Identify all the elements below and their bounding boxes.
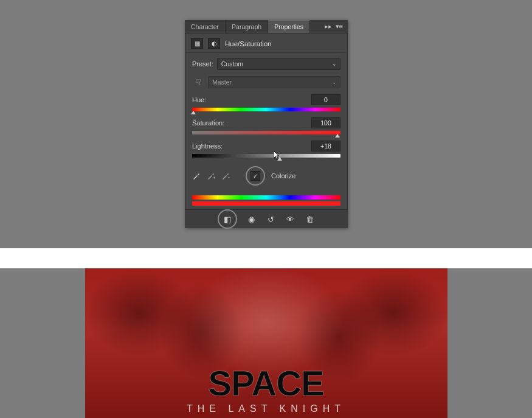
lightness-slider-group: Lightness: +18 [192, 141, 340, 158]
toggle-visibility-icon[interactable]: 👁 [285, 214, 295, 225]
clip-to-layer-highlight-ring: ◧ [218, 209, 237, 229]
saturation-slider[interactable] [192, 131, 340, 134]
chevron-down-icon: ⌄ [332, 79, 337, 85]
poster-image: SPACE THE LAST KNIGHT [85, 268, 447, 418]
panel-menu-icon[interactable]: ▾≡ [336, 23, 343, 30]
workspace-canvas: Character Paragraph Properties ▸▸ ▾≡ ▦ ◐… [0, 0, 532, 248]
saturation-slider-group: Saturation: 100 [192, 117, 340, 134]
preset-value: Custom [221, 60, 243, 68]
lightness-slider[interactable] [192, 154, 340, 158]
panel-body: Preset: Custom ⌄ ☟ Master ⌄ Hue: 0 [185, 53, 348, 209]
hue-value[interactable]: 0 [311, 94, 340, 105]
preview-area: SPACE THE LAST KNIGHT [0, 268, 532, 418]
poster-subtitle: THE LAST KNIGHT [85, 403, 447, 414]
saturation-label: Saturation: [192, 119, 224, 127]
input-spectrum-bar [192, 195, 340, 200]
targeted-adjustment-icon[interactable]: ☟ [192, 77, 204, 88]
panel-footer: ◧ ◉ ↺ 👁 🗑 [185, 209, 348, 228]
color-range-bars [192, 195, 340, 206]
adjustment-preset-icon[interactable]: ▦ [191, 38, 203, 49]
hue-thumb[interactable] [191, 111, 196, 114]
properties-panel: Character Paragraph Properties ▸▸ ▾≡ ▦ ◐… [185, 20, 348, 228]
preset-select[interactable]: Custom ⌄ [217, 58, 340, 70]
chevron-down-icon: ⌄ [332, 61, 337, 67]
adjustment-header: ▦ ◐ Hue/Saturation [185, 33, 348, 53]
lightness-thumb[interactable] [277, 157, 282, 161]
channel-value: Master [212, 78, 232, 86]
collapse-icon[interactable]: ▸▸ [325, 23, 332, 30]
tab-properties[interactable]: Properties [268, 20, 310, 33]
colorize-highlight-ring: ✓ [246, 166, 265, 186]
colorize-label: Colorize [271, 172, 295, 179]
tab-character[interactable]: Character [185, 20, 226, 33]
adjustment-title: Hue/Saturation [225, 40, 272, 47]
lightness-label: Lightness: [192, 142, 223, 150]
view-previous-state-icon[interactable]: ◉ [246, 214, 257, 225]
eyedropper-icon[interactable] [192, 172, 201, 180]
hue-slider[interactable] [192, 108, 340, 111]
reset-icon[interactable]: ↺ [265, 214, 276, 225]
hue-label: Hue: [192, 96, 206, 103]
colorize-checkbox[interactable]: ✓ [250, 171, 260, 181]
delete-icon[interactable]: 🗑 [304, 214, 315, 225]
hue-slider-group: Hue: 0 [192, 94, 340, 111]
separator [0, 248, 532, 268]
eyedropper-subtract-icon[interactable] [221, 172, 230, 180]
preset-label: Preset: [192, 60, 213, 68]
clip-to-layer-icon[interactable]: ◧ [222, 214, 233, 225]
poster-title: SPACE [85, 363, 447, 403]
lightness-value[interactable]: +18 [311, 141, 340, 152]
output-spectrum-bar [192, 201, 340, 206]
saturation-thumb[interactable] [335, 134, 340, 138]
tab-paragraph[interactable]: Paragraph [226, 20, 268, 33]
panel-tabs: Character Paragraph Properties ▸▸ ▾≡ [185, 20, 348, 33]
eyedropper-row: ✓ Colorize [192, 164, 340, 187]
eyedropper-add-icon[interactable] [207, 172, 215, 180]
saturation-value[interactable]: 100 [311, 117, 340, 128]
channel-select[interactable]: Master ⌄ [208, 76, 340, 88]
adjustment-type-icon[interactable]: ◐ [208, 38, 220, 49]
